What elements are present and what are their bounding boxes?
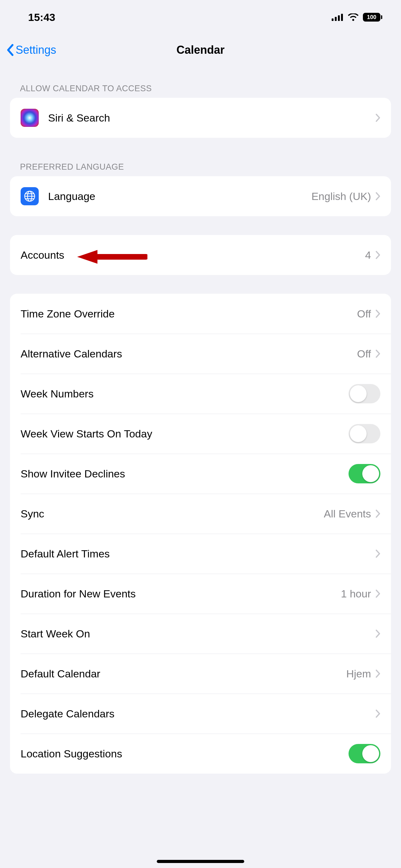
section-header-access: ALLOW CALENDAR TO ACCESS [0, 78, 401, 98]
chevron-left-icon [6, 44, 14, 56]
wifi-icon [348, 11, 359, 24]
row-location-suggestions: Location Suggestions [10, 734, 391, 774]
row-show-invitee-declines: Show Invitee Declines [10, 454, 391, 494]
sync-label: Sync [21, 508, 324, 520]
defcal-label: Default Calendar [21, 668, 346, 680]
svg-rect-2 [338, 15, 340, 21]
chevron-right-icon [375, 349, 380, 358]
toggle-week-view-today[interactable] [348, 424, 380, 443]
group-access: Siri & Search [10, 98, 391, 138]
accounts-value: 4 [365, 249, 371, 261]
chevron-right-icon [375, 192, 380, 200]
back-button[interactable]: Settings [6, 43, 56, 57]
globe-icon [21, 187, 39, 205]
group-accounts: Accounts 4 [10, 235, 391, 275]
status-bar: 15:43 100 [0, 0, 401, 34]
row-week-numbers: Week Numbers [10, 374, 391, 414]
invitee-label: Show Invitee Declines [21, 468, 348, 480]
page-title: Calendar [176, 43, 225, 57]
toggle-invitee-declines[interactable] [348, 464, 380, 484]
tz-value: Off [357, 308, 371, 320]
alert-label: Default Alert Times [21, 548, 375, 560]
svg-rect-1 [335, 17, 337, 21]
chevron-right-icon [375, 549, 380, 558]
back-label: Settings [15, 43, 56, 57]
row-delegate-calendars[interactable]: Delegate Calendars [10, 694, 391, 734]
locsug-label: Location Suggestions [21, 748, 348, 760]
row-siri-search[interactable]: Siri & Search [10, 98, 391, 138]
sync-value: All Events [324, 508, 371, 520]
home-indicator[interactable] [157, 860, 244, 863]
weeknum-label: Week Numbers [21, 388, 348, 400]
language-value: English (UK) [311, 190, 371, 203]
status-time: 15:43 [28, 11, 55, 24]
startweek-label: Start Week On [21, 628, 375, 640]
accounts-label: Accounts [21, 249, 365, 261]
tz-label: Time Zone Override [21, 308, 357, 320]
row-alternative-calendars[interactable]: Alternative Calendars Off [10, 334, 391, 374]
row-language[interactable]: Language English (UK) [10, 176, 391, 216]
delegate-label: Delegate Calendars [21, 708, 375, 720]
row-week-view-today: Week View Starts On Today [10, 414, 391, 454]
altcal-value: Off [357, 348, 371, 360]
content: ALLOW CALENDAR TO ACCESS Siri & Search P… [0, 66, 401, 774]
duration-value: 1 hour [341, 588, 371, 600]
row-accounts[interactable]: Accounts 4 [10, 235, 391, 275]
group-options: Time Zone Override Off Alternative Calen… [10, 294, 391, 774]
status-indicators: 100 [332, 11, 382, 24]
chevron-right-icon [375, 509, 380, 518]
nav-bar: Settings Calendar [0, 34, 401, 66]
row-sync[interactable]: Sync All Events [10, 494, 391, 534]
svg-rect-0 [332, 19, 334, 21]
row-duration-new-events[interactable]: Duration for New Events 1 hour [10, 574, 391, 614]
chevron-right-icon [375, 251, 380, 259]
toggle-week-numbers[interactable] [348, 384, 380, 403]
defcal-value: Hjem [346, 668, 371, 680]
chevron-right-icon [375, 114, 380, 122]
altcal-label: Alternative Calendars [21, 348, 357, 360]
chevron-right-icon [375, 709, 380, 718]
duration-label: Duration for New Events [21, 588, 341, 600]
language-label: Language [48, 190, 311, 203]
cellular-icon [332, 11, 343, 24]
section-header-language: PREFERRED LANGUAGE [0, 157, 401, 176]
svg-rect-3 [341, 14, 343, 21]
row-timezone-override[interactable]: Time Zone Override Off [10, 294, 391, 334]
row-default-alert-times[interactable]: Default Alert Times [10, 534, 391, 574]
chevron-right-icon [375, 669, 380, 678]
siri-label: Siri & Search [48, 112, 375, 124]
chevron-right-icon [375, 589, 380, 598]
chevron-right-icon [375, 629, 380, 638]
row-default-calendar[interactable]: Default Calendar Hjem [10, 654, 391, 694]
chevron-right-icon [375, 309, 380, 318]
weekstart-label: Week View Starts On Today [21, 428, 348, 440]
group-language: Language English (UK) [10, 176, 391, 216]
row-start-week-on[interactable]: Start Week On [10, 614, 391, 654]
siri-icon [21, 109, 39, 127]
toggle-location-suggestions[interactable] [348, 744, 380, 763]
battery-icon: 100 [363, 13, 382, 22]
